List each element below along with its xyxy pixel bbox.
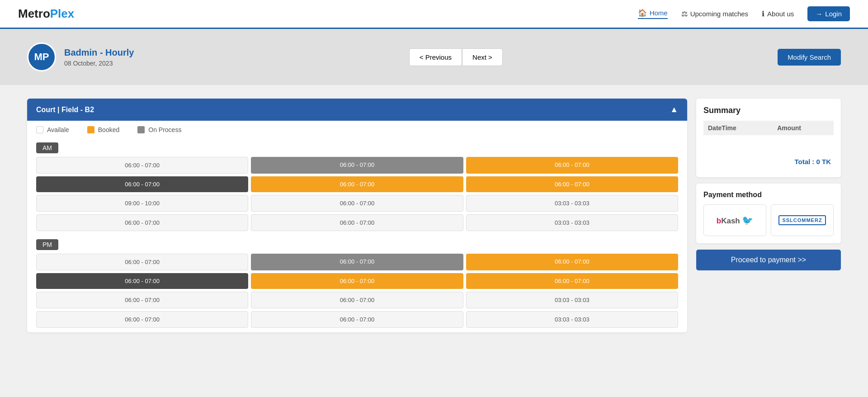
venue-title: Badmin - Hourly (64, 47, 134, 58)
summary-table: DateTime Amount (703, 121, 834, 153)
time-slot[interactable]: 06:00 - 07:00 (36, 214, 248, 231)
payment-options: bKash 🐦 SSLCOMMERZ (703, 204, 834, 236)
time-slot[interactable]: 06:00 - 07:00 (251, 176, 463, 192)
time-slot[interactable]: 06:00 - 07:00 (251, 214, 463, 231)
legend-on-process: On Process (137, 126, 181, 133)
time-slot[interactable]: 06:00 - 07:00 (466, 176, 678, 192)
login-icon: → (816, 10, 822, 18)
nav-upcoming-matches[interactable]: ⚖ Upcoming matches (681, 9, 748, 18)
payment-title: Payment method (703, 191, 834, 199)
trophy-icon: ⚖ (681, 9, 688, 18)
time-slot[interactable]: 06:00 - 07:00 (36, 311, 248, 328)
login-button[interactable]: → Login (807, 6, 850, 21)
time-slot[interactable]: 06:00 - 07:00 (36, 254, 248, 270)
legend-booked: Booked (87, 126, 119, 133)
ssl-logo: SSLCOMMERZ (778, 215, 826, 225)
am-label: AM (36, 142, 58, 153)
time-slot[interactable]: 06:00 - 07:00 (251, 157, 463, 174)
hero-banner: MP Badmin - Hourly 08 October, 2023 < Pr… (0, 29, 868, 85)
am-time-grid: 06:00 - 07:0006:00 - 07:0006:00 - 07:000… (27, 157, 687, 236)
time-slot[interactable]: 06:00 - 07:00 (36, 176, 248, 192)
bkash-bird-icon: 🐦 (742, 215, 753, 225)
time-slot[interactable]: 06:00 - 07:00 (466, 254, 678, 270)
time-slot[interactable]: 09:00 - 10:00 (36, 195, 248, 212)
on-process-box (137, 126, 145, 133)
navbar: MetroPlex 🏠 Home ⚖ Upcoming matches ℹ Ab… (0, 0, 868, 29)
payment-box: Payment method bKash 🐦 SSLCOMMERZ (696, 184, 841, 243)
panel-title: Court | Field - B2 (36, 106, 94, 114)
total-row: Total : 0 TK (703, 153, 834, 170)
sslcommerz-option[interactable]: SSLCOMMERZ (771, 204, 834, 236)
nav-links: 🏠 Home ⚖ Upcoming matches ℹ About us → L… (638, 6, 850, 21)
col-datetime: DateTime (703, 121, 773, 135)
previous-button[interactable]: < Previous (409, 48, 462, 66)
legend: Availale Booked On Process (27, 121, 687, 139)
time-slot[interactable]: 03:03 - 03:03 (466, 214, 678, 231)
time-slot[interactable]: 03:03 - 03:03 (466, 292, 678, 308)
pm-label: PM (36, 239, 58, 250)
col-amount: Amount (773, 121, 834, 135)
time-slot[interactable]: 06:00 - 07:00 (251, 254, 463, 270)
logo-plex: Plex (50, 7, 75, 20)
summary-title: Summary (703, 106, 834, 115)
avatar: MP (27, 43, 56, 71)
pm-time-grid: 06:00 - 07:0006:00 - 07:0006:00 - 07:000… (27, 254, 687, 332)
nav-about-us[interactable]: ℹ About us (762, 9, 794, 18)
time-slot[interactable]: 03:03 - 03:03 (466, 195, 678, 212)
time-slot[interactable]: 06:00 - 07:00 (36, 157, 248, 174)
summary-box: Summary DateTime Amount Total : 0 TK (696, 99, 841, 177)
main-content: Court | Field - B2 ▲ Availale Booked On … (0, 85, 868, 346)
available-box (36, 126, 43, 133)
time-slot[interactable]: 06:00 - 07:00 (251, 273, 463, 289)
booked-box (87, 126, 94, 133)
bkash-logo: bKash 🐦 (717, 215, 753, 226)
schedule-panel: Court | Field - B2 ▲ Availale Booked On … (27, 99, 687, 332)
time-slot[interactable]: 03:03 - 03:03 (466, 311, 678, 328)
venue-info: Badmin - Hourly 08 October, 2023 (64, 47, 134, 67)
time-slot[interactable]: 06:00 - 07:00 (36, 292, 248, 308)
time-slot[interactable]: 06:00 - 07:00 (36, 273, 248, 289)
time-slot[interactable]: 06:00 - 07:00 (466, 273, 678, 289)
time-slot[interactable]: 06:00 - 07:00 (251, 311, 463, 328)
collapse-icon[interactable]: ▲ (670, 105, 678, 114)
date-navigation: < Previous Next > (409, 48, 503, 66)
time-slot[interactable]: 06:00 - 07:00 (251, 292, 463, 308)
nav-home[interactable]: 🏠 Home (638, 9, 668, 19)
venue-date: 08 October, 2023 (64, 60, 134, 67)
info-icon: ℹ (762, 9, 764, 18)
time-slot[interactable]: 06:00 - 07:00 (466, 157, 678, 174)
summary-panel: Summary DateTime Amount Total : 0 TK Pay… (696, 99, 841, 270)
next-button[interactable]: Next > (462, 48, 503, 66)
logo: MetroPlex (18, 7, 74, 21)
proceed-to-payment-button[interactable]: Proceed to payment >> (696, 250, 841, 270)
hero-left: MP Badmin - Hourly 08 October, 2023 (27, 43, 134, 71)
bkash-option[interactable]: bKash 🐦 (703, 204, 766, 236)
panel-header: Court | Field - B2 ▲ (27, 99, 687, 121)
time-slot[interactable]: 06:00 - 07:00 (251, 195, 463, 212)
legend-available: Availale (36, 126, 69, 133)
modify-search-button[interactable]: Modify Search (778, 49, 841, 66)
home-icon: 🏠 (638, 9, 647, 17)
